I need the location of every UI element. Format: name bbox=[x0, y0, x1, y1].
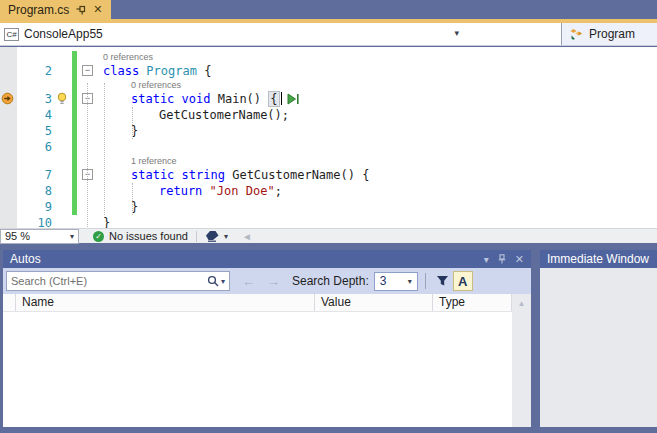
code-line-10[interactable]: 10} bbox=[0, 215, 657, 228]
breakpoint-margin[interactable] bbox=[0, 107, 17, 123]
breakpoint-margin[interactable] bbox=[0, 183, 17, 199]
line-number[interactable]: 8 bbox=[17, 183, 55, 199]
line-number[interactable]: 9 bbox=[17, 199, 55, 215]
breakpoint-margin[interactable] bbox=[0, 79, 17, 91]
line-number[interactable]: 2 bbox=[17, 63, 55, 79]
code-editor[interactable]: 0 references2−class Program {0 reference… bbox=[0, 47, 657, 228]
codelens-text[interactable]: 1 reference bbox=[97, 155, 657, 167]
line-number[interactable] bbox=[17, 79, 55, 91]
token-pl: Main() bbox=[211, 92, 269, 106]
code-text[interactable]: return "Jon Doe"; bbox=[97, 183, 657, 199]
immediate-content[interactable] bbox=[540, 268, 657, 427]
close-icon[interactable]: ✕ bbox=[515, 253, 524, 266]
current-statement-icon[interactable] bbox=[1, 92, 14, 105]
zoom-level-dropdown[interactable]: 95 % ▾ bbox=[0, 229, 79, 244]
search-input[interactable] bbox=[11, 275, 207, 287]
text-format-toggle-button[interactable]: A bbox=[453, 271, 473, 291]
code-line-8[interactable]: 8return "Jon Doe"; bbox=[0, 183, 657, 199]
breakpoint-margin[interactable] bbox=[0, 123, 17, 139]
saved-change-bar bbox=[72, 91, 77, 107]
saved-change-bar bbox=[72, 139, 77, 155]
line-number[interactable]: 10 bbox=[17, 215, 55, 228]
breakpoint-margin[interactable] bbox=[0, 199, 17, 215]
breakpoint-margin[interactable] bbox=[0, 63, 17, 79]
breakpoint-margin[interactable] bbox=[0, 215, 17, 228]
run-to-click-icon[interactable] bbox=[286, 93, 301, 105]
token-pl bbox=[174, 168, 181, 182]
quick-actions-slot bbox=[55, 107, 70, 123]
vertical-scrollbar[interactable]: ▲ bbox=[512, 294, 531, 427]
search-back-icon[interactable]: ← bbox=[242, 274, 255, 289]
chevron-down-icon[interactable]: ▾ bbox=[224, 232, 228, 241]
search-depth-dropdown[interactable]: 3 ▾ bbox=[374, 272, 418, 291]
codelens-text[interactable]: 0 references bbox=[97, 79, 657, 91]
code-text[interactable]: static void Main() { bbox=[97, 91, 657, 107]
code-line-4[interactable]: 4GetCustomerName(); bbox=[0, 107, 657, 123]
grid-body[interactable] bbox=[3, 312, 512, 427]
hscroll-left-arrow-icon[interactable]: ◄ bbox=[242, 231, 252, 242]
code-line-3[interactable]: 3−static void Main() { bbox=[0, 91, 657, 107]
scroll-up-icon[interactable]: ▲ bbox=[512, 294, 531, 308]
quick-actions-slot bbox=[55, 79, 70, 91]
code-text[interactable]: } bbox=[97, 199, 657, 215]
column-header-type[interactable]: Type bbox=[433, 294, 512, 311]
line-number[interactable] bbox=[17, 155, 55, 167]
chevron-down-icon[interactable]: ▾ bbox=[221, 277, 225, 286]
close-icon[interactable]: ✕ bbox=[93, 3, 102, 16]
lightbulb-icon[interactable] bbox=[56, 92, 68, 105]
code-cleanup-icon[interactable] bbox=[205, 230, 220, 242]
code-text[interactable] bbox=[97, 139, 657, 155]
column-header-gutter[interactable] bbox=[3, 294, 16, 311]
code-line-5[interactable]: 5} bbox=[0, 123, 657, 139]
folding-margin: − bbox=[79, 63, 97, 79]
member-dropdown[interactable]: Program bbox=[561, 23, 657, 45]
breakpoint-margin[interactable] bbox=[0, 139, 17, 155]
search-icon[interactable] bbox=[207, 275, 219, 287]
code-line-9[interactable]: 9} bbox=[0, 199, 657, 215]
tab-program-cs[interactable]: Program.cs ✕ bbox=[0, 0, 111, 19]
breakpoint-margin[interactable] bbox=[0, 91, 17, 107]
codelens-row[interactable]: 0 references bbox=[0, 79, 657, 91]
search-box[interactable]: ▾ bbox=[6, 271, 230, 291]
code-line-6[interactable]: 6 bbox=[0, 139, 657, 155]
chevron-down-icon[interactable]: ▾ bbox=[454, 28, 459, 38]
codelens-text[interactable]: 0 references bbox=[97, 51, 657, 63]
autos-title-bar: Autos ▾ ✕ bbox=[3, 250, 531, 268]
search-forward-icon[interactable]: → bbox=[267, 274, 280, 289]
saved-change-bar bbox=[72, 123, 77, 139]
change-tracking-margin bbox=[70, 199, 79, 215]
line-number[interactable]: 5 bbox=[17, 123, 55, 139]
health-message[interactable]: No issues found bbox=[109, 230, 188, 242]
collapse-region-button[interactable]: − bbox=[82, 65, 93, 76]
line-number[interactable] bbox=[17, 51, 55, 63]
line-number[interactable]: 7 bbox=[17, 167, 55, 183]
column-header-name[interactable]: Name bbox=[16, 294, 315, 311]
code-text[interactable]: class Program { bbox=[97, 63, 657, 79]
code-text[interactable]: } bbox=[97, 123, 657, 139]
code-text[interactable]: GetCustomerName(); bbox=[97, 107, 657, 123]
code-text[interactable]: static string GetCustomerName() { bbox=[97, 167, 657, 183]
quick-actions-slot bbox=[55, 167, 70, 183]
codelens-row[interactable]: 1 reference bbox=[0, 155, 657, 167]
line-number[interactable]: 4 bbox=[17, 107, 55, 123]
pin-icon[interactable] bbox=[498, 254, 506, 264]
code-line-7[interactable]: 7−static string GetCustomerName() { bbox=[0, 167, 657, 183]
window-position-icon[interactable]: ▾ bbox=[484, 254, 489, 265]
change-tracking-margin bbox=[70, 51, 79, 63]
breakpoint-margin[interactable] bbox=[0, 155, 17, 167]
code-text[interactable]: } bbox=[97, 215, 657, 228]
editor-rows: 0 references2−class Program {0 reference… bbox=[0, 51, 657, 228]
code-line-2[interactable]: 2−class Program { bbox=[0, 63, 657, 79]
codelens-row[interactable]: 0 references bbox=[0, 51, 657, 63]
breakpoint-margin[interactable] bbox=[0, 51, 17, 63]
folding-margin bbox=[79, 139, 97, 155]
line-number[interactable]: 6 bbox=[17, 139, 55, 155]
pin-icon[interactable] bbox=[76, 5, 86, 15]
column-header-value[interactable]: Value bbox=[315, 294, 433, 311]
class-icon bbox=[569, 28, 584, 41]
filter-button[interactable] bbox=[433, 271, 453, 291]
breakpoint-margin[interactable] bbox=[0, 167, 17, 183]
change-tracking-margin bbox=[70, 91, 79, 107]
line-number[interactable]: 3 bbox=[17, 91, 55, 107]
project-dropdown[interactable]: C# ConsoleApp55 ▾ bbox=[0, 23, 561, 45]
